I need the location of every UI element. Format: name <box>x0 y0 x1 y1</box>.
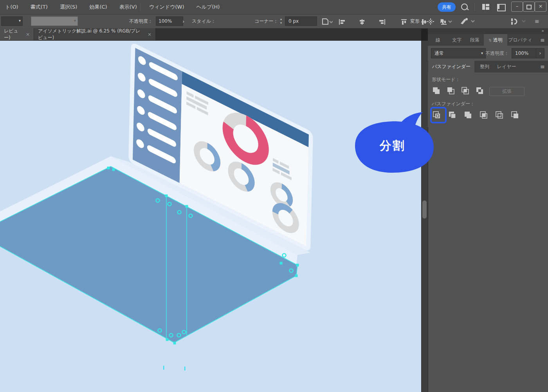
corner-step-down[interactable]: ▾ <box>280 16 282 30</box>
select-similar-icon[interactable] <box>439 18 455 25</box>
align-center-h-icon[interactable] <box>359 19 365 25</box>
tab-stroke[interactable]: 線 <box>428 34 448 46</box>
pathfinder-panel-tabs: パスファインダー 整列 レイヤー ≡ <box>428 61 548 72</box>
bubble-label: 分割 <box>367 138 418 154</box>
tab-close-icon[interactable]: × <box>148 32 151 37</box>
isometric-illustration <box>0 41 421 392</box>
blend-mode-dropdown[interactable]: 通常 ▾ <box>431 48 486 58</box>
illustrator-window: ト(O) 書式(T) 選択(S) 効果(C) 表示(V) ウィンドウ(W) ヘル… <box>0 0 548 392</box>
tab-transparency[interactable]: ⇅ 透明 <box>484 34 507 46</box>
close-button[interactable]: × <box>535 2 546 12</box>
search-icon[interactable] <box>461 4 468 10</box>
pathfinder-trim-icon[interactable] <box>448 111 458 120</box>
menu-object[interactable]: ト(O) <box>0 0 23 14</box>
shape-options-icon[interactable] <box>321 18 333 25</box>
workspace-switcher-icon[interactable] <box>482 4 489 10</box>
share-button[interactable]: 共有 <box>438 2 456 12</box>
menu-window[interactable]: ウィンドウ(W) <box>144 0 189 14</box>
document-tab-2-title: アイソメトリック解説.ai @ 6.25 % (RGB/プレビュー) <box>38 28 144 41</box>
pathfinder-minus-back-icon[interactable] <box>511 111 521 120</box>
tab-character[interactable]: 文字 <box>448 34 466 46</box>
transparency-panel-menu-icon[interactable]: ≡ <box>540 34 545 46</box>
path-tick-1 <box>163 366 164 370</box>
corner-label[interactable]: コーナー： <box>254 14 278 29</box>
chevron-down-icon: ▾ <box>481 49 483 58</box>
tab-properties[interactable]: プロパティ <box>507 34 533 46</box>
tab-paragraph[interactable]: 段落 <box>466 34 484 46</box>
collapse-panels-icon[interactable]: » <box>541 28 544 33</box>
preferences-icon[interactable] <box>511 18 528 25</box>
shape-mode-label: 形状モード： <box>432 76 460 83</box>
panel-cycle-icon[interactable]: ⇅ <box>489 38 492 42</box>
expand-button[interactable]: 拡張 <box>489 87 525 96</box>
corner-field[interactable]: 0 px <box>285 16 317 26</box>
document-tab-2[interactable]: アイソメトリック解説.ai @ 6.25 % (RGB/プレビュー) × <box>34 28 155 40</box>
pathfinder-outline-icon[interactable] <box>495 111 505 120</box>
document-tab-1-title: レビュー) <box>4 28 22 41</box>
maximize-icon <box>526 5 532 9</box>
search-icon-handle <box>466 8 469 10</box>
tab-layers[interactable]: レイヤー <box>495 61 518 72</box>
minimize-button[interactable]: – <box>511 2 523 12</box>
menu-select[interactable]: 選択(S) <box>55 0 82 14</box>
menu-view[interactable]: 表示(V) <box>114 0 142 14</box>
shape-mode-intersect-icon[interactable] <box>461 86 471 96</box>
pathfinder-panel-menu-icon[interactable]: ≡ <box>540 61 545 72</box>
path-tick-2 <box>184 367 186 370</box>
panel-opacity-more[interactable]: › <box>536 48 544 58</box>
shape-mode-minus-front-icon[interactable] <box>446 86 456 96</box>
shape-mode-unite-icon[interactable] <box>432 86 442 96</box>
transparency-panel-tabs: 線 文字 段落 ⇅ 透明 プロパティ ≡ <box>428 34 548 46</box>
vertical-scrollbar-thumb[interactable] <box>422 201 427 219</box>
topbar-divider <box>474 3 475 11</box>
fill-color-dropdown[interactable]: ▾ <box>1 16 23 26</box>
arrange-documents-icon[interactable] <box>497 4 506 11</box>
menu-divider <box>140 3 141 11</box>
stroke-color-dropdown[interactable]: ▾ <box>31 16 78 26</box>
transparency-panel-body: 通常 ▾ 不透明度： 100% › <box>428 46 548 61</box>
align-left-icon[interactable] <box>339 19 345 25</box>
opacity-field[interactable]: 100% <box>156 16 183 26</box>
menu-type[interactable]: 書式(T) <box>25 0 53 14</box>
control-options-bar: ▾ ▾ 基本 ▾ 不透明度： 100% › スタイル： ▾ コーナー： ▴ ▾ … <box>0 14 548 29</box>
document-tab-bar: レビュー) × アイソメトリック解説.ai @ 6.25 % (RGB/プレビュ… <box>0 28 421 41</box>
panel-dock-header: » <box>428 28 548 34</box>
opacity-label[interactable]: 不透明度： <box>129 14 153 29</box>
pathfinder-crop-icon[interactable] <box>479 111 490 120</box>
recolor-artwork-icon[interactable] <box>460 18 478 25</box>
menu-bar: ト(O) 書式(T) 選択(S) 効果(C) 表示(V) ウィンドウ(W) ヘル… <box>0 0 548 14</box>
align-right-icon[interactable] <box>379 19 385 25</box>
maximize-button[interactable] <box>523 2 535 12</box>
document-tab-1[interactable]: レビュー) × <box>0 28 34 40</box>
panel-opacity-label: 不透明度： <box>485 50 509 57</box>
transform-label[interactable]: 変形 <box>410 14 420 29</box>
pathfinder-merge-icon[interactable] <box>464 111 474 120</box>
tab-close-icon[interactable]: × <box>26 32 30 37</box>
opacity-more-chevron[interactable]: › <box>182 14 184 28</box>
menu-help[interactable]: ヘルプ(H) <box>191 0 225 14</box>
free-transform-icon[interactable] <box>427 18 434 25</box>
tab-pathfinder[interactable]: パスファインダー <box>428 61 474 72</box>
artboard-canvas[interactable] <box>0 41 421 392</box>
menu-effect[interactable]: 効果(C) <box>84 0 112 14</box>
align-top-icon[interactable] <box>401 19 407 25</box>
tab-align[interactable]: 整列 <box>474 61 495 72</box>
options-menu-icon[interactable]: ≡ <box>535 18 539 24</box>
shape-mode-exclude-icon[interactable] <box>475 86 485 96</box>
panel-opacity-field[interactable]: 100% <box>512 48 538 58</box>
style-label: スタイル： <box>192 14 216 28</box>
